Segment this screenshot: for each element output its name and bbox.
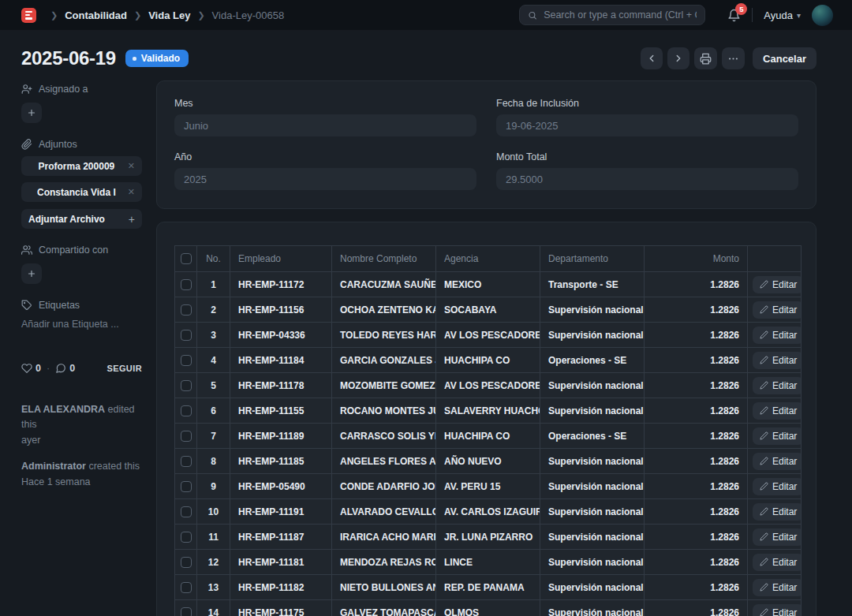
row-number: 14	[197, 600, 230, 616]
print-button[interactable]	[694, 47, 717, 69]
row-agencia: AV LOS PESCADORES ...	[436, 373, 540, 398]
row-empleado[interactable]: HR-EMP-11172	[230, 272, 332, 297]
attachment-pill: Proforma 200009 ✕	[21, 156, 142, 176]
edit-row-button[interactable]: Editar	[753, 503, 802, 521]
ellipsis-icon	[727, 53, 739, 65]
col-edit	[748, 246, 802, 272]
row-empleado[interactable]: HR-EMP-11156	[230, 297, 332, 323]
chevron-right-icon: ❯	[134, 10, 141, 21]
row-checkbox[interactable]	[181, 431, 192, 442]
edit-row-button[interactable]: Editar	[753, 579, 802, 596]
notifications-button[interactable]: 5	[727, 9, 741, 22]
edit-row-button[interactable]: Editar	[753, 554, 802, 571]
row-empleado[interactable]: HR-EMP-11178	[230, 373, 332, 398]
comment-count: 0	[69, 363, 75, 374]
row-monto: 1.2826	[645, 600, 748, 616]
row-empleado[interactable]: HR-EMP-05490	[230, 474, 332, 499]
chevron-right-icon: ❯	[197, 10, 204, 21]
select-all-checkbox[interactable]	[181, 253, 192, 264]
global-search[interactable]	[519, 5, 705, 25]
row-checkbox[interactable]	[181, 456, 192, 467]
table-row: 2 HR-EMP-11156 OCHOA ZENTENO KAT... SOCA…	[175, 297, 802, 323]
edit-row-button[interactable]: Editar	[753, 453, 802, 470]
users-icon	[21, 245, 32, 256]
row-checkbox[interactable]	[181, 304, 192, 315]
breadcrumb-current-doc: Vida-Ley-00658	[212, 9, 285, 21]
comment-icon[interactable]	[55, 363, 66, 374]
cancel-button[interactable]: Cancelar	[753, 47, 816, 69]
add-share-button[interactable]	[21, 263, 42, 284]
row-checkbox[interactable]	[181, 330, 192, 341]
pencil-icon	[760, 532, 768, 541]
row-checkbox[interactable]	[181, 481, 192, 492]
row-empleado[interactable]: HR-EMP-11189	[230, 424, 332, 449]
edit-row-button[interactable]: Editar	[753, 327, 802, 344]
edit-row-button[interactable]: Editar	[753, 478, 802, 495]
edit-label: Editar	[772, 557, 797, 568]
edit-row-button[interactable]: Editar	[753, 352, 802, 369]
row-empleado[interactable]: HR-EMP-11155	[230, 398, 332, 424]
row-monto: 1.2826	[645, 474, 748, 499]
edit-label: Editar	[772, 481, 797, 492]
edit-row-button[interactable]: Editar	[753, 528, 802, 546]
table-row: 13 HR-EMP-11182 NIETO BULLONES AND... RE…	[175, 575, 802, 600]
attachment-link[interactable]: Constancia Vida I	[28, 187, 125, 198]
breadcrumb: ❯ Contabilidad ❯ Vida Ley ❯ Vida-Ley-006…	[50, 9, 284, 21]
user-avatar[interactable]	[812, 5, 833, 26]
edit-row-button[interactable]: Editar	[753, 427, 802, 445]
col-no: No.	[197, 246, 230, 272]
row-agencia: LINCE	[436, 550, 540, 575]
attach-file-button[interactable]: Adjuntar Archivo +	[21, 209, 142, 229]
row-checkbox[interactable]	[181, 380, 192, 391]
row-empleado[interactable]: HR-EMP-11184	[230, 348, 332, 373]
edit-row-button[interactable]: Editar	[753, 402, 802, 420]
breadcrumb-vida-ley[interactable]: Vida Ley	[148, 9, 190, 21]
heart-icon[interactable]	[21, 363, 32, 374]
help-menu[interactable]: Ayuda ▾	[764, 9, 801, 21]
row-empleado[interactable]: HR-EMP-11175	[230, 600, 332, 616]
field-ano-label: Año	[174, 151, 476, 162]
field-mes: Mes Junio	[174, 98, 476, 136]
row-departamento: Supervisión nacional - SE	[540, 499, 645, 525]
search-input[interactable]	[544, 9, 697, 21]
row-checkbox[interactable]	[181, 582, 192, 593]
row-checkbox[interactable]	[181, 279, 192, 290]
plus-icon	[27, 269, 36, 278]
follow-button[interactable]: SEGUIR	[106, 364, 142, 373]
field-ano-value: 2025	[174, 168, 476, 190]
remove-attachment-icon[interactable]: ✕	[128, 187, 135, 197]
edit-row-button[interactable]: Editar	[753, 604, 802, 616]
edit-row-button[interactable]: Editar	[753, 301, 802, 319]
table-row: 9 HR-EMP-05490 CONDE ADARFIO JON... AV. …	[175, 474, 802, 499]
add-tag-input[interactable]: Añadir una Etiqueta ...	[21, 319, 142, 330]
pencil-icon	[760, 280, 768, 289]
row-empleado[interactable]: HR-EMP-11191	[230, 499, 332, 525]
row-empleado[interactable]: HR-EMP-11182	[230, 575, 332, 600]
next-document-button[interactable]	[667, 47, 689, 69]
row-nombre-completo: CARRASCO SOLIS YEM...	[332, 424, 436, 449]
edit-row-button[interactable]: Editar	[753, 377, 802, 394]
attachment-link[interactable]: Proforma 200009	[28, 161, 125, 172]
row-monto: 1.2826	[645, 373, 748, 398]
row-empleado[interactable]: HR-EMP-04336	[230, 323, 332, 348]
row-agencia: HUACHIPA CO	[436, 348, 540, 373]
row-checkbox[interactable]	[181, 607, 192, 616]
previous-document-button[interactable]	[641, 47, 663, 69]
row-empleado[interactable]: HR-EMP-11185	[230, 449, 332, 474]
remove-attachment-icon[interactable]: ✕	[128, 161, 135, 171]
row-checkbox[interactable]	[181, 506, 192, 517]
row-empleado[interactable]: HR-EMP-11181	[230, 550, 332, 575]
row-checkbox[interactable]	[181, 557, 192, 568]
table-row: 14 HR-EMP-11175 GALVEZ TOMAPASCA J... OL…	[175, 600, 802, 616]
row-checkbox[interactable]	[181, 532, 192, 543]
row-empleado[interactable]: HR-EMP-11187	[230, 525, 332, 550]
app-logo[interactable]	[21, 8, 36, 23]
row-checkbox[interactable]	[181, 405, 192, 416]
add-assignment-button[interactable]	[21, 103, 42, 123]
menu-button[interactable]	[722, 47, 745, 69]
row-number: 8	[197, 449, 230, 474]
edit-row-button[interactable]: Editar	[753, 276, 802, 293]
row-checkbox[interactable]	[181, 355, 192, 366]
breadcrumb-contabilidad[interactable]: Contabilidad	[65, 9, 127, 21]
row-departamento: Supervisión nacional - SE	[540, 600, 645, 616]
